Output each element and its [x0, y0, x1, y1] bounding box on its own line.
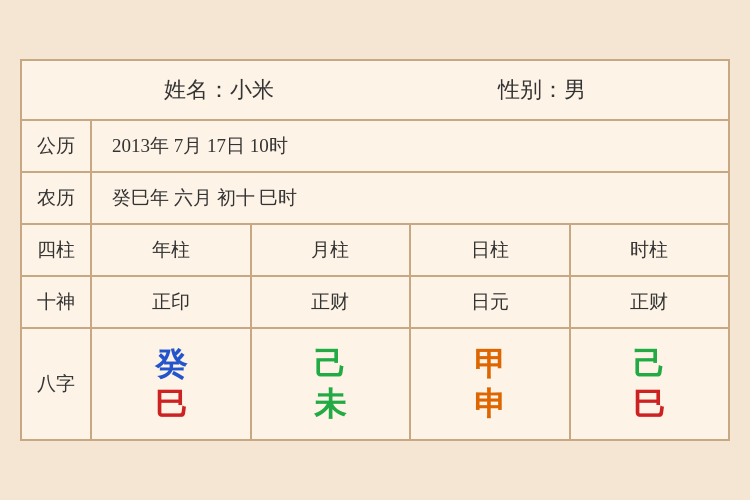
gregorian-row: 公历 2013年 7月 17日 10时	[22, 121, 728, 173]
bazhi-day-cell: 甲 申	[411, 329, 571, 439]
year-col-label: 年柱	[92, 225, 252, 275]
bazhi-hour-top: 己	[633, 348, 665, 380]
bazhi-year-bottom: 巳	[155, 388, 187, 420]
bazhi-hour-cell: 己 巳	[571, 329, 729, 439]
name-label: 姓名：小米	[164, 75, 274, 105]
sizhu-label: 四柱	[22, 225, 92, 275]
shishen-year: 正印	[92, 277, 252, 327]
bazhi-day-bottom: 申	[474, 388, 506, 420]
shishen-hour: 正财	[571, 277, 729, 327]
shishen-row: 十神 正印 正财 日元 正财	[22, 277, 728, 329]
hour-col-label: 时柱	[571, 225, 729, 275]
shishen-label: 十神	[22, 277, 92, 327]
gregorian-value: 2013年 7月 17日 10时	[92, 123, 728, 169]
lunar-label: 农历	[22, 173, 92, 223]
bazhi-hour-bottom: 巳	[633, 388, 665, 420]
bazhi-day-top: 甲	[474, 348, 506, 380]
header-row: 姓名：小米 性别：男	[22, 61, 728, 121]
bazhi-year-cell: 癸 巳	[92, 329, 252, 439]
bazhi-label: 八字	[22, 329, 92, 439]
bazhi-year-top: 癸	[155, 348, 187, 380]
bazhi-month-bottom: 未	[314, 388, 346, 420]
gender-label: 性别：男	[498, 75, 586, 105]
gregorian-label: 公历	[22, 121, 92, 171]
main-container: 姓名：小米 性别：男 公历 2013年 7月 17日 10时 农历 癸巳年 六月…	[20, 59, 730, 441]
bazhi-row: 八字 癸 巳 己 未 甲 申 己 巳	[22, 329, 728, 439]
lunar-value: 癸巳年 六月 初十 巳时	[92, 175, 728, 221]
bazhi-month-top: 己	[314, 348, 346, 380]
month-col-label: 月柱	[252, 225, 412, 275]
columns-row: 四柱 年柱 月柱 日柱 时柱	[22, 225, 728, 277]
shishen-month: 正财	[252, 277, 412, 327]
bazhi-month-cell: 己 未	[252, 329, 412, 439]
day-col-label: 日柱	[411, 225, 571, 275]
shishen-day: 日元	[411, 277, 571, 327]
lunar-row: 农历 癸巳年 六月 初十 巳时	[22, 173, 728, 225]
